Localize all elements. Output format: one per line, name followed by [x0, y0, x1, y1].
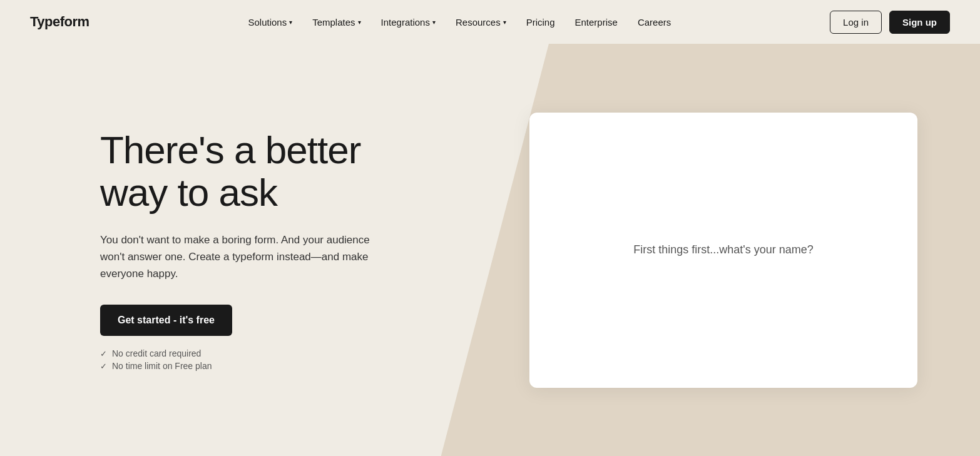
check-icon-1: ✓: [100, 349, 107, 358]
nav-label-resources: Resources: [456, 17, 501, 28]
nav-auth: Log in Sign up: [830, 11, 950, 34]
login-button[interactable]: Log in: [830, 11, 882, 34]
hero-title: There's a better way to ask: [100, 129, 426, 214]
nav-item-enterprise[interactable]: Enterprise: [568, 12, 625, 33]
nav-item-solutions[interactable]: Solutions ▾: [240, 12, 300, 33]
check-label-1: No credit card required: [112, 348, 201, 358]
chevron-down-icon: ▾: [358, 19, 361, 26]
nav-item-templates[interactable]: Templates ▾: [305, 12, 368, 33]
chevron-down-icon: ▾: [432, 19, 436, 26]
form-question-text: First things first...what's your name?: [633, 243, 814, 256]
brand-logo[interactable]: Typeform: [30, 14, 89, 30]
nav-item-resources[interactable]: Resources ▾: [448, 12, 514, 33]
hero-content: There's a better way to ask You don't wa…: [100, 129, 426, 372]
navbar: Typeform Solutions ▾ Templates ▾ Integra…: [0, 0, 980, 44]
check-icon-2: ✓: [100, 362, 107, 371]
nav-label-integrations: Integrations: [381, 17, 430, 28]
nav-label-solutions: Solutions: [248, 17, 287, 28]
hero-checks: ✓ No credit card required ✓ No time limi…: [100, 348, 426, 371]
nav-label-enterprise: Enterprise: [575, 17, 618, 28]
chevron-down-icon: ▾: [289, 19, 292, 26]
hero-subtitle: You don't want to make a boring form. An…: [100, 231, 388, 283]
nav-item-integrations[interactable]: Integrations ▾: [374, 12, 443, 33]
check-item-2: ✓ No time limit on Free plan: [100, 361, 426, 371]
form-preview-card: First things first...what's your name?: [529, 113, 917, 388]
nav-item-careers[interactable]: Careers: [630, 12, 678, 33]
nav-label-templates: Templates: [312, 17, 355, 28]
nav-label-pricing: Pricing: [526, 17, 555, 28]
check-label-2: No time limit on Free plan: [112, 361, 212, 371]
cta-button[interactable]: Get started - it's free: [100, 305, 232, 336]
signup-button[interactable]: Sign up: [889, 11, 950, 34]
nav-links: Solutions ▾ Templates ▾ Integrations ▾ R…: [240, 12, 678, 33]
chevron-down-icon: ▾: [503, 19, 506, 26]
nav-item-pricing[interactable]: Pricing: [519, 12, 563, 33]
hero-section: There's a better way to ask You don't wa…: [0, 44, 980, 456]
nav-label-careers: Careers: [638, 17, 671, 28]
check-item-1: ✓ No credit card required: [100, 348, 426, 358]
